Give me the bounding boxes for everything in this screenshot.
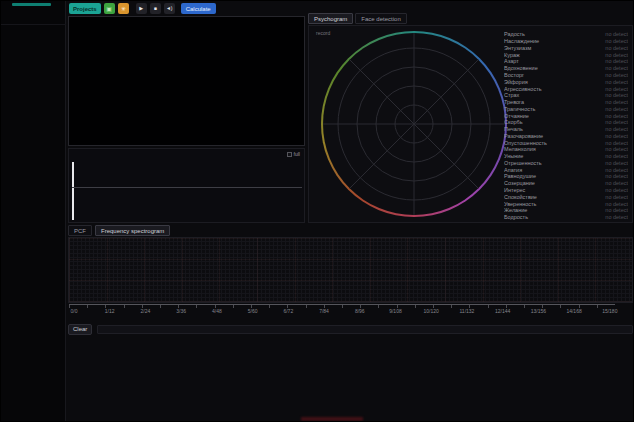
sidebar-project-indicator[interactable] [12,3,51,6]
emotion-row: Интерес no detect [504,187,628,194]
settings-gear-icon: ✳ [121,6,126,12]
emotion-label: Агрессивность [504,86,542,92]
full-checkbox[interactable] [287,152,292,157]
axis-tick-label: 8/96 [348,308,372,314]
emotion-label: Кураж [504,52,520,58]
emotion-label: Энтузиазм [504,45,531,51]
emotion-value: no detect [605,92,628,98]
emotion-row: Эйфория no detect [504,78,628,85]
open-icon: ▣ [106,6,112,12]
emotion-row: Восторг no detect [504,72,628,79]
calculate-button[interactable]: Calculate [181,3,216,14]
emotion-label: Апатия [504,167,522,173]
axis-tick-label: 14/168 [562,308,586,314]
full-checkbox-row: full [287,151,300,157]
emotion-value: no detect [605,31,628,37]
stop-button[interactable]: ■ [150,3,161,14]
emotion-row: Энтузиазм no detect [504,45,628,52]
emotion-row: Наслаждение no detect [504,38,628,45]
emotion-row: Скорбь no detect [504,119,628,126]
open-project-button[interactable]: ▣ [104,3,115,14]
polar-grid [321,31,507,217]
toolbar: Projects ▣ ✳ ▶ ■ ◄) Calculate [69,3,216,14]
emotion-label: Интерес [504,187,525,193]
clear-button[interactable]: Clear [68,324,92,335]
axis-tick-label: 3/36 [169,308,193,314]
emotion-value: no detect [605,86,628,92]
clear-row: Clear [68,323,633,335]
emotion-value: no detect [605,140,628,146]
emotion-value: no detect [605,45,628,51]
progress-track[interactable] [97,325,633,334]
app-window: Projects ▣ ✳ ▶ ■ ◄) Calculate full Psych… [0,0,634,422]
axis-tick-label: 11/132 [455,308,479,314]
emotion-label: Меланхолия [504,146,536,152]
emotion-label: Опустошенность [504,140,547,146]
analysis-tab[interactable]: Face detection [355,13,406,24]
spectro-tab[interactable]: Frequency spectrogram [95,225,170,236]
waveform-panel[interactable]: full [68,148,305,223]
emotion-label: Восторг [504,72,524,78]
emotion-label: Печаль [504,126,523,132]
emotion-row: Уныние no detect [504,153,628,160]
emotion-row: Азарт no detect [504,58,628,65]
playhead-cursor[interactable] [72,162,74,220]
frequency-spectrogram-plot[interactable] [68,237,633,303]
spectro-tab-bar: PCF Frequency spectrogram [68,225,170,236]
analysis-tab-label: Face detection [361,16,400,22]
emotion-label: Эйфория [504,79,528,85]
spectro-tab[interactable]: PCF [68,225,92,236]
emotion-value: no detect [605,207,628,213]
axis-tick-label: 7/84 [312,308,336,314]
video-preview [68,16,305,146]
emotion-value: no detect [605,173,628,179]
spectrogram-axis-labels: 0/0 1/12 2/24 3/36 4/48 5/60 6/72 7/84 8… [62,308,622,314]
emotion-label: Отчаяние [504,113,529,119]
emotion-value: no detect [605,52,628,58]
axis-tick-label: 4/48 [205,308,229,314]
emotion-label: Радость [504,31,525,37]
settings-button[interactable]: ✳ [118,3,129,14]
emotion-label: Уныние [504,153,523,159]
emotion-value: no detect [605,38,628,44]
sidebar [1,1,66,422]
analysis-tab[interactable]: Psychogram [308,13,353,24]
axis-tick-label: 15/180 [598,308,622,314]
axis-tick-label: 6/72 [276,308,300,314]
volume-button[interactable]: ◄) [164,3,175,14]
spectro-tab-label: PCF [74,228,86,234]
emotion-value: no detect [605,167,628,173]
emotion-label: Созерцание [504,180,535,186]
emotion-row: Бодрость no detect [504,214,628,221]
full-checkbox-label: full [294,151,300,157]
emotion-row: Кураж no detect [504,51,628,58]
emotion-value: no detect [605,58,628,64]
bottom-edge-artifact [301,417,363,421]
volume-icon: ◄) [166,6,173,11]
emotion-value: no detect [605,106,628,112]
emotion-row: Радость no detect [504,31,628,38]
emotion-row: Спокойствие no detect [504,193,628,200]
emotion-row: Печаль no detect [504,126,628,133]
axis-tick-label: 9/108 [383,308,407,314]
emotion-row: Апатия no detect [504,166,628,173]
emotion-row: Тревога no detect [504,99,628,106]
axis-tick-label: 1/12 [98,308,122,314]
sidebar-divider [1,24,66,25]
emotion-row: Равнодушие no detect [504,173,628,180]
axis-tick-label: 0/0 [62,308,86,314]
analysis-tab-bar: Psychogram Face detection [308,13,407,24]
emotion-row: Созерцание no detect [504,180,628,187]
emotion-row: Страх no detect [504,92,628,99]
emotion-label: Отрешенность [504,160,542,166]
emotion-value: no detect [605,119,628,125]
axis-tick-label: 13/156 [526,308,550,314]
emotion-label: Уверенность [504,201,537,207]
emotion-label: Желание [504,207,527,213]
emotion-row: Вдохновение no detect [504,65,628,72]
psychogram-panel: record Радость [308,25,633,223]
emotion-value: no detect [605,72,628,78]
projects-button[interactable]: Projects [69,3,101,14]
emotion-value: no detect [605,194,628,200]
play-button[interactable]: ▶ [136,3,147,14]
